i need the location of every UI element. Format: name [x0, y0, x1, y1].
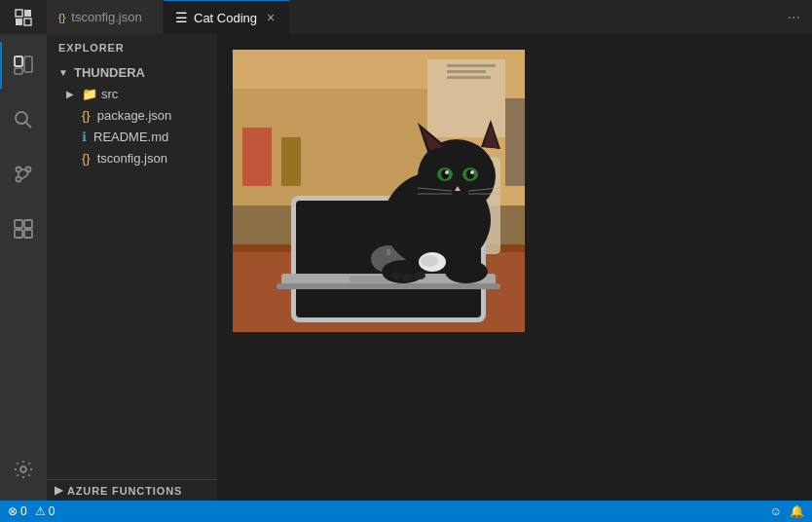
arrow-down-icon: ▼ [58, 67, 74, 78]
svg-rect-3 [24, 19, 31, 25]
cat-tab-icon: ☰ [175, 10, 188, 25]
tsconfig-json-icon: {} [82, 151, 91, 166]
svg-point-7 [16, 112, 27, 124]
tree-item-package-json-label: package.json [97, 108, 172, 123]
tab-cat-coding-label: Cat Coding [194, 11, 257, 25]
arrow-right-icon: ▶ [66, 89, 82, 99]
json-brace-icon: {} [82, 108, 91, 123]
svg-rect-13 [15, 220, 22, 228]
more-tabs-button[interactable]: ··· [788, 9, 800, 26]
svg-point-62 [421, 255, 438, 267]
azure-functions-label: AZURE FUNCTIONS [67, 485, 182, 497]
md-icon: ℹ [82, 130, 87, 144]
smiley-icon: ☺ [770, 504, 782, 518]
svg-point-56 [382, 260, 424, 283]
svg-rect-14 [24, 220, 32, 228]
svg-rect-1 [24, 10, 31, 17]
json-icon: {} [58, 12, 65, 23]
top-left-icon [0, 8, 47, 27]
svg-point-58 [390, 272, 402, 280]
folder-icon: 📁 [82, 87, 97, 101]
close-icon[interactable]: × [267, 10, 275, 25]
activity-source-control[interactable] [0, 151, 47, 198]
activity-settings[interactable] [0, 446, 47, 493]
status-warnings[interactable]: ⚠ 0 [35, 504, 55, 518]
svg-rect-15 [15, 230, 22, 238]
svg-rect-37 [277, 283, 500, 289]
svg-rect-25 [281, 137, 301, 186]
activity-bottom [0, 446, 47, 493]
svg-rect-29 [447, 76, 491, 79]
tree-item-tsconfig[interactable]: ▶ {} tsconfig.json [47, 147, 217, 168]
tree-root-thundera[interactable]: ▼ THUNDERA [47, 61, 217, 83]
svg-point-9 [17, 168, 21, 172]
status-bar: ⊗ 0 ⚠ 0 ☺ 🔔 [0, 501, 812, 522]
tab-cat-coding[interactable]: ☰ Cat Coding × [164, 0, 290, 34]
tree-item-src-label: src [101, 87, 118, 101]
activity-search[interactable] [0, 96, 47, 143]
svg-point-49 [445, 170, 449, 174]
svg-point-10 [17, 177, 21, 182]
tree-root-label: THUNDERA [74, 65, 145, 80]
svg-rect-27 [447, 64, 496, 67]
svg-point-59 [402, 274, 414, 281]
title-bar: {} tsconfig.json ☰ Cat Coding × ··· [0, 0, 812, 34]
svg-rect-35 [387, 249, 390, 255]
file-tree: ▼ THUNDERA ▶ 📁 src ▶ {} package.json ▶ ℹ… [47, 61, 217, 168]
status-bell[interactable]: 🔔 [790, 504, 804, 518]
azure-functions-section[interactable]: ▶ AZURE FUNCTIONS [47, 479, 217, 501]
tab-tsconfig[interactable]: {} tsconfig.json [47, 0, 164, 34]
svg-point-17 [20, 466, 26, 472]
svg-rect-4 [15, 56, 22, 66]
svg-point-60 [414, 272, 425, 280]
svg-rect-23 [505, 98, 525, 186]
editor-area [217, 34, 812, 501]
tree-item-package-json[interactable]: ▶ {} package.json [47, 104, 217, 126]
activity-bar [0, 34, 47, 501]
svg-rect-5 [24, 56, 32, 72]
editor-content [217, 34, 812, 501]
activity-explorer[interactable] [0, 42, 47, 89]
svg-rect-2 [16, 19, 22, 25]
svg-rect-0 [16, 10, 22, 17]
arrow-right-azure-icon: ▶ [55, 484, 63, 497]
error-icon: ⊗ [8, 504, 18, 518]
status-smiley[interactable]: ☺ [770, 504, 782, 518]
tree-item-readme[interactable]: ▶ ℹ README.md [47, 126, 217, 147]
status-right: ☺ 🔔 [770, 504, 804, 518]
tree-item-src[interactable]: ▶ 📁 src [47, 83, 217, 104]
activity-extensions[interactable] [0, 205, 47, 252]
status-errors[interactable]: ⊗ 0 [8, 504, 27, 518]
svg-line-8 [26, 123, 32, 129]
svg-rect-28 [447, 70, 486, 73]
sidebar-header: EXPLORER [47, 34, 217, 61]
svg-rect-24 [242, 128, 272, 186]
svg-rect-6 [15, 68, 22, 74]
bell-icon: 🔔 [790, 504, 804, 518]
svg-point-50 [470, 170, 474, 174]
status-left: ⊗ 0 ⚠ 0 [8, 504, 55, 518]
main-area: EXPLORER ▼ THUNDERA ▶ 📁 src ▶ {} package… [0, 34, 812, 501]
tree-item-readme-label: README.md [93, 130, 168, 144]
svg-point-57 [445, 260, 488, 283]
sidebar: EXPLORER ▼ THUNDERA ▶ 📁 src ▶ {} package… [47, 34, 217, 501]
tab-tsconfig-label: tsconfig.json [71, 10, 141, 24]
warning-count: 0 [49, 504, 55, 518]
svg-rect-16 [24, 230, 32, 238]
tree-item-tsconfig-label: tsconfig.json [97, 151, 167, 166]
error-count: 0 [20, 504, 27, 518]
warning-icon: ⚠ [35, 504, 46, 518]
cat-image [233, 50, 525, 332]
